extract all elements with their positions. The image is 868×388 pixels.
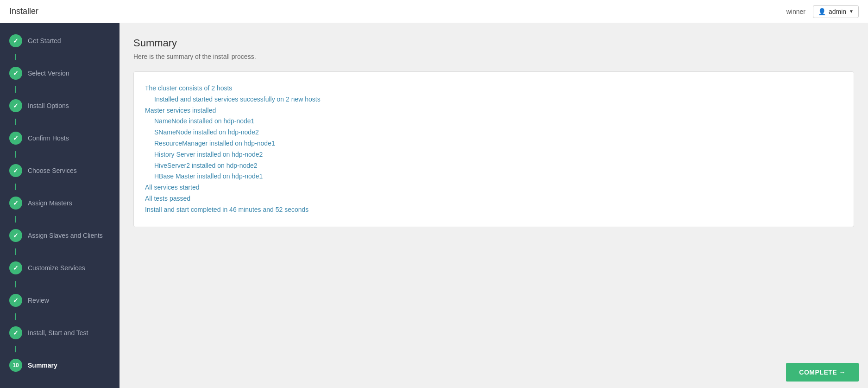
sidebar-item-label: Assign Masters: [28, 199, 72, 207]
check-icon: [13, 134, 19, 142]
step-connector: [15, 151, 16, 158]
sidebar-item-customize-services[interactable]: Customize Services: [0, 255, 120, 281]
sidebar: Get Started Select Version Install Optio…: [0, 23, 120, 388]
summary-line-0[interactable]: The cluster consists of 2 hosts: [145, 83, 843, 94]
summary-line-5[interactable]: ResourceManager installed on hdp-node1: [145, 138, 843, 149]
step-indicator-customize-services: [9, 261, 22, 274]
cluster-name: winner: [786, 8, 805, 15]
summary-line-6[interactable]: History Server installed on hdp-node2: [145, 149, 843, 160]
check-icon: [13, 297, 19, 304]
step-connector: [15, 248, 16, 255]
step-connector: [15, 281, 16, 287]
sidebar-item-label: Get Started: [28, 37, 61, 45]
summary-line-10[interactable]: All tests passed: [145, 193, 843, 204]
step-connector: [15, 216, 16, 223]
top-nav: Installer winner 👤 admin ▼: [0, 0, 868, 23]
sidebar-item-install-options[interactable]: Install Options: [0, 93, 120, 119]
sidebar-item-assign-slaves[interactable]: Assign Slaves and Clients: [0, 223, 120, 248]
sidebar-item-choose-services[interactable]: Choose Services: [0, 158, 120, 184]
step-indicator-install-options: [9, 99, 22, 112]
check-icon: [13, 264, 19, 272]
step-indicator-choose-services: [9, 164, 22, 177]
check-icon: [13, 199, 19, 207]
sidebar-item-review[interactable]: Review: [0, 287, 120, 313]
check-icon: [13, 329, 19, 337]
check-icon: [13, 232, 19, 239]
check-icon: [13, 102, 19, 109]
complete-button[interactable]: COMPLETE →: [786, 363, 859, 382]
sidebar-item-assign-masters[interactable]: Assign Masters: [0, 190, 120, 216]
sidebar-item-get-started[interactable]: Get Started: [0, 28, 120, 54]
summary-line-11[interactable]: Install and start completed in 46 minute…: [145, 204, 843, 216]
admin-label: admin: [829, 8, 846, 15]
summary-line-2[interactable]: Master services installed: [145, 105, 843, 116]
check-icon: [13, 37, 19, 45]
sidebar-item-label: Select Version: [28, 70, 69, 77]
bottom-bar: COMPLETE →: [120, 356, 868, 388]
step-connector: [15, 313, 16, 320]
sidebar-item-summary[interactable]: 10 Summary: [0, 352, 120, 378]
sidebar-item-confirm-hosts[interactable]: Confirm Hosts: [0, 125, 120, 151]
main-layout: Get Started Select Version Install Optio…: [0, 23, 868, 388]
step-indicator-select-version: [9, 67, 22, 80]
step-indicator-get-started: [9, 34, 22, 47]
admin-dropdown[interactable]: 👤 admin ▼: [813, 5, 859, 18]
step-connector: [15, 184, 16, 190]
sidebar-item-install-start-test[interactable]: Install, Start and Test: [0, 320, 120, 346]
user-icon: 👤: [818, 8, 826, 15]
summary-line-4[interactable]: SNameNode installed on hdp-node2: [145, 127, 843, 138]
check-icon: [13, 70, 19, 77]
summary-line-9[interactable]: All services started: [145, 182, 843, 193]
chevron-down-icon: ▼: [849, 9, 854, 14]
nav-right: winner 👤 admin ▼: [786, 5, 859, 18]
step-indicator-review: [9, 294, 22, 307]
sidebar-item-label: Install, Start and Test: [28, 329, 88, 337]
step-connector: [15, 54, 16, 60]
sidebar-item-select-version[interactable]: Select Version: [0, 60, 120, 86]
step-indicator-confirm-hosts: [9, 132, 22, 145]
summary-card: The cluster consists of 2 hosts Installe…: [133, 71, 854, 227]
sidebar-item-label: Choose Services: [28, 167, 77, 174]
summary-line-8[interactable]: HBase Master installed on hdp-node1: [145, 171, 843, 182]
check-icon: [13, 167, 19, 174]
app-title: Installer: [9, 6, 38, 16]
step-connector: [15, 346, 16, 352]
summary-line-1[interactable]: Installed and started services successfu…: [145, 94, 843, 105]
summary-line-7[interactable]: HiveServer2 installed on hdp-node2: [145, 160, 843, 172]
summary-line-3[interactable]: NameNode installed on hdp-node1: [145, 116, 843, 127]
sidebar-item-label: Review: [28, 297, 49, 304]
step-connector: [15, 86, 16, 93]
step-indicator-assign-slaves: [9, 229, 22, 242]
sidebar-item-label: Summary: [28, 362, 57, 369]
sidebar-item-label: Assign Slaves and Clients: [28, 232, 103, 239]
step-indicator-summary: 10: [9, 359, 22, 372]
step-indicator-assign-masters: [9, 197, 22, 210]
sidebar-item-label: Customize Services: [28, 264, 85, 272]
page-subtitle: Here is the summary of the install proce…: [133, 53, 854, 60]
step-connector: [15, 119, 16, 125]
content-area: Summary Here is the summary of the insta…: [120, 23, 868, 388]
sidebar-item-label: Install Options: [28, 102, 69, 109]
step-indicator-install-start-test: [9, 326, 22, 339]
sidebar-item-label: Confirm Hosts: [28, 134, 69, 142]
page-title: Summary: [133, 37, 854, 49]
